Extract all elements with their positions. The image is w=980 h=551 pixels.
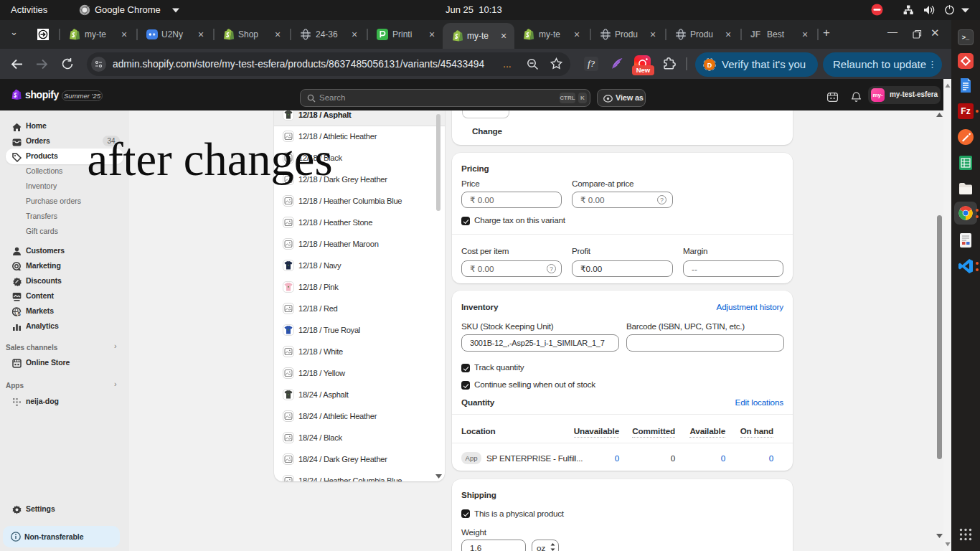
svg-text:D: D: [707, 62, 712, 69]
